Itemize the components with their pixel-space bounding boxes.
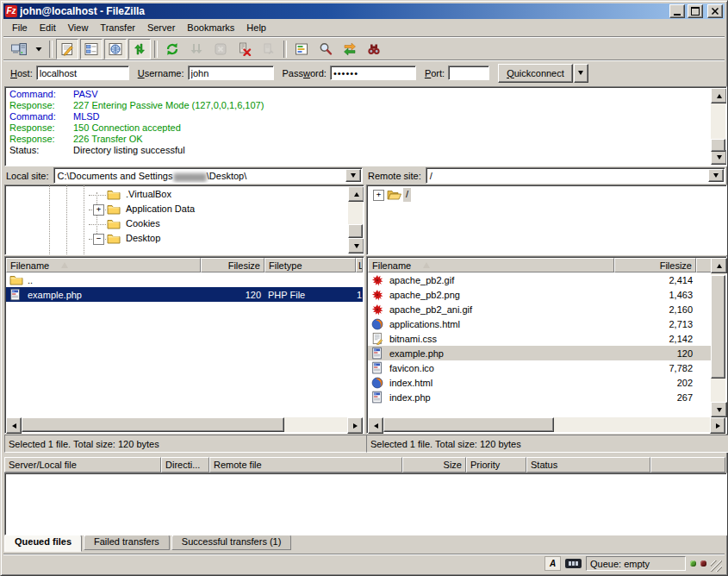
- menu-item-file[interactable]: File: [6, 21, 34, 34]
- remote-file-row-apache-pb2-ani-gif[interactable]: apache_pb2_ani.gif2,160: [368, 302, 711, 316]
- local-column-filesize[interactable]: Filesize: [201, 258, 264, 272]
- scroll-up-button[interactable]: [348, 186, 364, 202]
- menu-item-server[interactable]: Server: [141, 21, 181, 34]
- tree-toggle-plus-icon[interactable]: +: [373, 190, 384, 201]
- tab-successful-transfers-1[interactable]: Successful transfers (1): [171, 535, 292, 550]
- remote-list-hscrollbar[interactable]: [368, 417, 725, 432]
- scroll-track[interactable]: [383, 417, 710, 432]
- toggle-remote-tree-button[interactable]: [104, 39, 127, 59]
- status-bar: A Queue: empty: [3, 554, 725, 573]
- quickconnect-dropdown[interactable]: [574, 64, 588, 83]
- remote-site-label: Remote site:: [366, 171, 426, 181]
- scroll-left-button[interactable]: [6, 417, 22, 434]
- quickconnect-button[interactable]: Quickconnect: [498, 64, 573, 83]
- password-input[interactable]: [330, 66, 416, 80]
- scroll-thumb[interactable]: [22, 417, 284, 432]
- site-manager-dropdown[interactable]: [32, 39, 46, 59]
- find-icon: [367, 42, 381, 56]
- tab-failed-transfers[interactable]: Failed transfers: [84, 535, 170, 550]
- resize-grip[interactable]: [711, 560, 722, 572]
- remote-file-row-index-html[interactable]: index.html202: [368, 375, 711, 390]
- arrow-up-icon: [354, 192, 359, 197]
- tree-toggle-plus-icon[interactable]: +: [93, 204, 104, 216]
- local-file-row-item[interactable]: ..: [6, 272, 363, 287]
- local-path-combo[interactable]: C:\Documents and Settings████████\Deskto…: [53, 167, 363, 184]
- port-input[interactable]: [448, 66, 489, 80]
- synchronized-browsing-button[interactable]: [339, 39, 361, 59]
- local-list-hscrollbar[interactable]: [6, 417, 363, 432]
- scroll-thumb[interactable]: [711, 139, 725, 152]
- remote-file-row-apache-pb2-gif[interactable]: apache_pb2.gif2,414: [368, 272, 711, 287]
- close-button[interactable]: [707, 4, 723, 18]
- scroll-right-button[interactable]: [710, 417, 725, 434]
- tree-toggle-minus-icon[interactable]: −: [93, 234, 104, 245]
- queue-column-server-local-file[interactable]: Server/Local file: [4, 457, 161, 473]
- remote-file-row-applications-html[interactable]: applications.html2,713: [368, 316, 711, 331]
- tab-queued-files[interactable]: Queued files: [4, 535, 82, 552]
- minimize-button[interactable]: [669, 4, 685, 18]
- menu-item-transfer[interactable]: Transfer: [94, 21, 141, 34]
- scroll-track[interactable]: [711, 103, 725, 149]
- scroll-down-button[interactable]: [711, 402, 727, 417]
- refresh-button[interactable]: [161, 39, 184, 59]
- remote-file-row-example-php[interactable]: example.php120: [368, 346, 711, 360]
- scroll-thumb[interactable]: [711, 275, 725, 379]
- remote-site-row: Remote site: /: [366, 167, 725, 184]
- directory-comparison-button[interactable]: [314, 39, 337, 59]
- disconnect-button[interactable]: [233, 39, 256, 59]
- scroll-thumb[interactable]: [383, 417, 554, 432]
- host-input[interactable]: [36, 66, 129, 80]
- remote-file-row-favicon-ico[interactable]: favicon.ico7,782: [368, 360, 711, 375]
- toggle-transfer-queue-button[interactable]: [128, 39, 151, 59]
- menu-item-edit[interactable]: Edit: [34, 21, 62, 34]
- menu-item-view[interactable]: View: [62, 21, 95, 34]
- filter-button[interactable]: [290, 39, 313, 59]
- username-input[interactable]: [188, 66, 274, 80]
- remote-tree-item-item[interactable]: +/: [368, 188, 725, 203]
- local-tree-item-virtualbox[interactable]: .VirtualBox: [6, 188, 347, 203]
- toggle-local-tree-button[interactable]: [80, 39, 103, 59]
- local-tree-item-cookies[interactable]: Cookies: [6, 217, 347, 232]
- page-icon: [371, 361, 386, 374]
- scroll-right-button[interactable]: [347, 417, 363, 434]
- remote-file-row-bitnami-css[interactable]: bitnami.css2,142: [368, 331, 711, 346]
- menu-item-bookmarks[interactable]: Bookmarks: [181, 21, 240, 34]
- menu-item-help[interactable]: Help: [240, 21, 272, 34]
- queue-column-priority[interactable]: Priority: [466, 457, 526, 473]
- queue-column-status[interactable]: Status: [526, 457, 650, 473]
- local-column-filetype[interactable]: Filetype: [264, 258, 356, 272]
- find-files-button[interactable]: [363, 39, 385, 59]
- queue-column-size[interactable]: Size: [402, 457, 466, 473]
- local-tree-item-desktop[interactable]: −Desktop: [6, 232, 347, 247]
- remote-file-row-apache-pb2-png[interactable]: apache_pb2.png1,463: [368, 287, 711, 302]
- local-column-filename[interactable]: Filename: [6, 258, 201, 272]
- scroll-down-button[interactable]: [348, 238, 364, 254]
- scroll-track[interactable]: [22, 417, 347, 432]
- maximize-button[interactable]: [688, 4, 703, 18]
- scroll-track[interactable]: [348, 202, 363, 238]
- remote-path-dropdown[interactable]: [708, 169, 724, 182]
- scroll-left-button[interactable]: [368, 417, 383, 434]
- message-log-scrollbar[interactable]: [711, 88, 725, 165]
- queue-body: [4, 473, 727, 535]
- queue-column-directi[interactable]: Directi...: [161, 457, 209, 473]
- remote-list-vscrollbar[interactable]: [711, 258, 725, 417]
- local-tree-scrollbar[interactable]: [348, 186, 363, 254]
- remote-file-row-index-php[interactable]: index.php267: [368, 390, 711, 404]
- remote-path-combo[interactable]: /: [426, 167, 725, 184]
- scroll-thumb[interactable]: [348, 224, 363, 238]
- remote-column-filename[interactable]: Filename: [368, 258, 614, 272]
- scroll-up-button[interactable]: [711, 258, 727, 273]
- scroll-track[interactable]: [711, 273, 725, 402]
- local-tree-item-application-data[interactable]: +Application Data: [6, 203, 347, 217]
- site-manager-button[interactable]: [8, 39, 30, 59]
- local-path-dropdown[interactable]: [345, 169, 361, 182]
- queue-column-remote-file[interactable]: Remote file: [209, 457, 402, 473]
- local-column-l[interactable]: L: [356, 258, 363, 272]
- toggle-message-log-button[interactable]: [56, 39, 78, 59]
- arrow-right-icon: [353, 423, 358, 429]
- scroll-up-button[interactable]: [711, 88, 727, 103]
- minimize-icon: [674, 14, 681, 16]
- local-file-row-example-php[interactable]: example.php120PHP File1: [6, 287, 363, 302]
- remote-column-filesize[interactable]: Filesize: [614, 258, 696, 272]
